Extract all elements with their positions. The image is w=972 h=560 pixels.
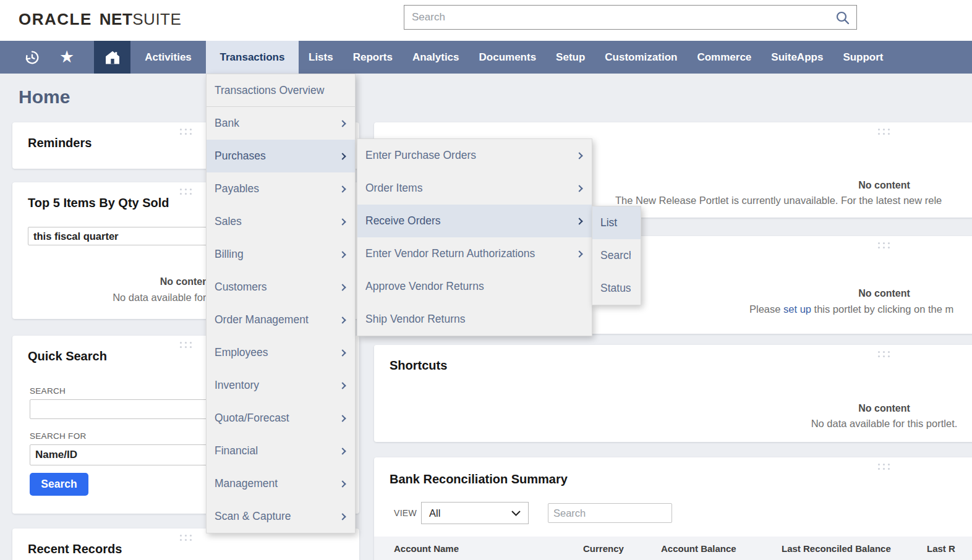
drag-handle-icon[interactable] [878,129,890,135]
col-account-balance: Account Balance [661,543,736,554]
drag-handle-icon[interactable] [180,129,192,135]
menu-item-employees[interactable]: Employees [207,336,355,369]
chevron-right-icon [339,120,346,127]
menu-item-enter-purchase-orders[interactable]: Enter Purchase Orders [357,139,592,172]
search-label: SEARCH [30,386,66,396]
search-icon[interactable] [835,11,850,28]
bank-reconciliation-portlet: Bank Reconciliation Summary VIEW All Acc… [374,457,972,560]
no-content-message: The New Release Portlet is currently una… [615,195,942,206]
chevron-right-icon [339,316,346,323]
tab-support[interactable]: Support [833,41,893,74]
chevron-right-icon [339,480,346,487]
menu-item-sales[interactable]: Sales [207,205,355,238]
set-up-link[interactable]: set up [783,303,811,315]
chevron-down-icon [511,511,521,516]
menu-item-inventory[interactable]: Inventory [207,369,355,402]
chevron-right-icon [339,284,346,291]
tab-reports[interactable]: Reports [343,41,403,74]
portlet-title: Shortcuts [390,358,447,373]
tab-transactions[interactable]: Transactions [206,41,299,74]
tab-activities[interactable]: Activities [130,41,206,74]
drag-handle-icon[interactable] [180,189,192,195]
table-header-row: Account Name Currency Account Balance La… [374,537,972,560]
no-content-message: Please set up this portlet by clicking o… [749,303,953,315]
menu-item-financial[interactable]: Financial [207,435,355,467]
menu-item-status[interactable]: Status [592,272,641,305]
menu-item-purchases[interactable]: Purchases [207,140,355,172]
drag-handle-icon[interactable] [878,464,890,470]
col-account-name: Account Name [394,543,459,554]
table-search-input[interactable] [548,503,672,523]
chevron-right-icon [339,448,346,454]
chevron-right-icon [339,415,346,422]
view-label: VIEW [394,508,417,518]
search-for-label: SEARCH FOR [30,431,87,441]
global-search-box [404,5,857,30]
logo-oracle: ORACLE [19,10,92,28]
page-title: Home [19,87,70,108]
view-select[interactable]: All [421,502,529,524]
message-before: Please [749,303,783,315]
menu-item-search[interactable]: Search [592,239,641,272]
portlet-title: Reminders [28,136,92,150]
drag-handle-icon[interactable] [878,242,890,249]
tab-documents[interactable]: Documents [469,41,547,74]
transactions-menu: Transactions Overview Bank Purchases Pay… [206,74,356,533]
drag-handle-icon[interactable] [180,342,192,349]
tab-analytics[interactable]: Analytics [403,41,469,74]
tab-suiteapps[interactable]: SuiteApps [761,41,833,74]
shortcuts-portlet: Shortcuts No content No data available f… [374,345,972,442]
col-last-reconciled: Last R [927,543,955,554]
logo-suite: SUITE [132,10,181,28]
chevron-right-icon [339,185,346,192]
menu-item-payables[interactable]: Payables [207,172,355,205]
tab-commerce[interactable]: Commerce [687,41,761,74]
tab-lists[interactable]: Lists [299,41,343,74]
menu-item-transactions-overview[interactable]: Transactions Overview [207,74,355,107]
chevron-right-icon [339,382,346,389]
drag-handle-icon[interactable] [878,351,890,358]
chevron-right-icon [576,218,582,224]
chevron-right-icon [576,185,582,192]
menu-item-enter-vendor-return-authorizations[interactable]: Enter Vendor Return Authorizations [357,237,592,270]
menu-item-billing[interactable]: Billing [207,238,355,271]
message-after: this portlet by clicking on the m [811,303,953,315]
search-button[interactable]: Search [30,473,88,496]
menu-item-bank[interactable]: Bank [207,107,355,140]
menu-item-scan-capture[interactable]: Scan & Capture [207,500,355,533]
chevron-right-icon [576,250,582,257]
col-last-reconciled-balance: Last Reconciled Balance [782,543,891,554]
menu-item-customers[interactable]: Customers [207,271,355,303]
oracle-netsuite-logo: ORACLENETSUITE [19,10,181,29]
menu-item-receive-orders[interactable]: Receive Orders [357,205,592,237]
chevron-right-icon [576,152,582,159]
drag-handle-icon[interactable] [180,535,192,541]
chevron-right-icon [339,218,346,225]
tab-setup[interactable]: Setup [546,41,595,74]
home-icon[interactable] [94,41,130,74]
chevron-right-icon [339,251,346,258]
main-nav-bar: ★ Activities Transactions Lists Reports … [0,41,972,74]
chevron-right-icon [339,513,346,520]
no-content-message: No data available for this portlet. [374,418,972,430]
logo-net: NET [100,10,133,28]
portlet-title: Recent Records [28,542,122,556]
portlet-title: Bank Reconciliation Summary [390,472,568,486]
chevron-right-icon [339,153,346,159]
menu-item-list[interactable]: List [592,206,641,239]
menu-item-approve-vendor-returns[interactable]: Approve Vendor Returns [357,270,592,303]
recent-records-icon[interactable] [15,41,49,74]
purchases-submenu: Enter Purchase Orders Order Items Receiv… [357,138,592,336]
app-header: ORACLENETSUITE [0,0,972,41]
shortcuts-star-icon[interactable]: ★ [49,41,84,74]
menu-item-quota-forecast[interactable]: Quota/Forecast [207,402,355,435]
menu-item-ship-vendor-returns[interactable]: Ship Vendor Returns [357,303,592,336]
tab-customization[interactable]: Customization [595,41,687,74]
menu-item-management[interactable]: Management [207,467,355,500]
global-search-input[interactable] [404,6,856,29]
receive-orders-submenu: List Search Status [592,206,641,305]
menu-item-order-management[interactable]: Order Management [207,303,355,336]
portlet-title: Top 5 Items By Qty Sold [28,196,169,210]
menu-item-order-items[interactable]: Order Items [357,172,592,205]
chevron-right-icon [339,349,346,356]
